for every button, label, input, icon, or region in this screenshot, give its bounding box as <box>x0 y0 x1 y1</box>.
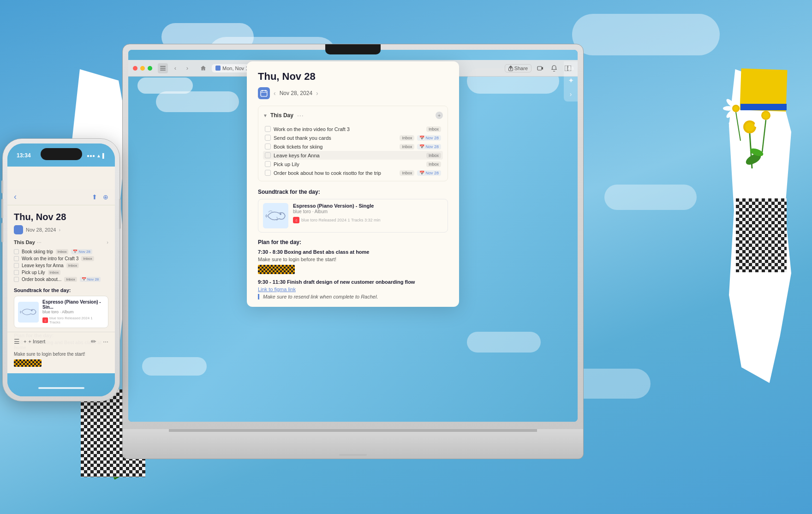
this-day-section: ▼ This Day ··· + Work on the intro video… <box>258 106 448 181</box>
traffic-light-red[interactable] <box>133 66 137 71</box>
date-prev-arrow[interactable]: ‹ <box>274 90 276 97</box>
iphone-plan-emoji <box>14 359 108 369</box>
task-checkbox-6[interactable] <box>265 170 271 176</box>
plan-event-1: 7:30 - 8:30 Boxing and Best abs class at… <box>258 249 448 255</box>
sidebar-star-icon[interactable]: ✦ <box>568 76 574 85</box>
svg-point-20 <box>745 122 754 131</box>
iphone-insert-button[interactable]: + + Insert <box>24 339 45 344</box>
svg-rect-50 <box>537 66 542 70</box>
iphone-task-tag-1: Inbox <box>56 249 69 254</box>
battery-icon: ▌ <box>102 153 106 158</box>
iphone-music-meta-text: blue toro Released 2024 1 Tracks <box>49 316 104 324</box>
iphone-checkbox-4[interactable] <box>14 270 19 275</box>
iphone-checkbox-2[interactable] <box>14 256 19 261</box>
notification-button[interactable] <box>549 63 559 73</box>
checkered-right <box>736 198 787 272</box>
iphone-checkbox-5[interactable] <box>14 277 19 282</box>
screen-record-button[interactable] <box>535 63 545 73</box>
iphone-vol-down-button[interactable] <box>1 223 3 242</box>
iphone-back-button[interactable]: ‹ <box>14 192 17 202</box>
iphone-toolbar-left: ☰ <box>14 338 20 345</box>
calendar-mini-icon-6: 📅 <box>419 171 424 175</box>
music-meta: ♫ blue toro Released 2024 1 Tracks 3:32 … <box>293 217 381 223</box>
task-item-3[interactable]: Book tickets for skiing Inbox 📅 Nov 28 <box>263 142 443 151</box>
task-checkbox-2[interactable] <box>265 135 271 141</box>
cloud-3 <box>572 14 720 55</box>
iphone-toolbar-right: ✏ ··· <box>91 338 108 345</box>
task-checkbox-5[interactable] <box>265 161 271 167</box>
iphone-home-indicator <box>38 387 84 389</box>
song-title: Espresso (Piano Version) - Single <box>293 203 381 209</box>
iphone-section-dots[interactable]: ··· <box>37 239 42 245</box>
trackpad-hint <box>339 454 367 456</box>
iphone-this-day-title: This Day <box>14 239 35 245</box>
tab-home[interactable] <box>197 64 210 72</box>
section-add-button[interactable]: + <box>436 112 443 119</box>
task-checkbox-1[interactable] <box>265 126 271 132</box>
iphone-date-chevron[interactable]: › <box>59 227 60 233</box>
date-next-arrow[interactable]: › <box>316 90 318 97</box>
plan-figma-link[interactable]: Link to figma link <box>258 287 448 292</box>
sidebar-toggle-btn[interactable] <box>158 63 168 73</box>
plan-blockquote: Make sure to resend link when complete t… <box>258 294 448 299</box>
iphone-task-1[interactable]: Book skiing trip Inbox 📅 Nov 28 <box>14 248 108 255</box>
laptop-body: ‹ › Mon, Nov 18 Thu, Nov 28 <box>122 44 584 431</box>
task-item-1[interactable]: Work on the intro video for Craft 3 Inbo… <box>263 125 443 133</box>
svg-rect-70 <box>14 359 42 367</box>
iphone-pen-icon[interactable]: ✏ <box>91 338 96 345</box>
iphone-vol-up-button[interactable] <box>1 199 3 218</box>
task-text-4: Leave keys for Anna <box>274 153 424 158</box>
browser-actions: Share <box>505 63 573 73</box>
iphone: 13:34 ●●● ▲ ▌ ‹ ⬆ ⊕ <box>2 138 120 401</box>
plan-note-1: Make sure to login before the start! <box>258 257 448 262</box>
iphone-checkbox-3[interactable] <box>14 263 19 268</box>
iphone-more-dots-icon[interactable]: ··· <box>103 338 108 345</box>
iphone-music-info: Espresso (Piano Version) - Sin... blue t… <box>42 299 104 324</box>
laptop-base <box>122 429 584 459</box>
traffic-light-green[interactable] <box>148 66 152 71</box>
task-item-5[interactable]: Pick up Lily Inbox <box>263 160 443 168</box>
task-item-2[interactable]: Send out thank you cards Inbox 📅 Nov 28 <box>263 133 443 142</box>
iphone-checkbox-1[interactable] <box>14 249 19 254</box>
back-button[interactable]: ‹ <box>171 64 180 73</box>
traffic-light-yellow[interactable] <box>140 66 145 71</box>
section-toggle-icon[interactable]: ▼ <box>263 113 268 118</box>
sidebar-chevron-icon[interactable]: › <box>570 90 572 98</box>
task-item-6[interactable]: Order book about how to cook risotto for… <box>263 168 443 177</box>
page-title: Thu, Nov 28 <box>258 71 448 83</box>
iphone-menu-icon[interactable]: ☰ <box>14 338 20 345</box>
iphone-music-meta-bar: ♫ blue toro Released 2024 1 Tracks <box>42 316 104 324</box>
share-button[interactable]: Share <box>505 64 531 72</box>
iphone-mute-button[interactable] <box>1 180 3 193</box>
iphone-task-3[interactable]: Leave keys for Anna Inbox <box>14 262 108 269</box>
task-checkbox-3[interactable] <box>265 143 271 149</box>
iphone-task-text-4: Pick up Lily <box>22 270 45 275</box>
task-item-4[interactable]: Leave keys for Anna Inbox <box>263 151 443 160</box>
iphone-music-card[interactable]: Espresso (Piano Version) - Sin... blue t… <box>14 296 108 328</box>
task-checkbox-4[interactable] <box>265 152 271 158</box>
forward-button[interactable]: › <box>183 64 192 73</box>
iphone-music-app-icon: ♫ <box>42 317 48 323</box>
soundtrack-section: Soundtrack for the day: <box>258 189 448 233</box>
this-day-title: This Day <box>270 112 293 119</box>
music-card[interactable]: Espresso (Piano Version) - Single blue t… <box>258 199 448 233</box>
wifi-icon: ▲ <box>96 153 101 158</box>
section-menu-dots[interactable]: ··· <box>297 112 304 119</box>
iphone-task-tag-3: Inbox <box>66 263 79 268</box>
svg-rect-57 <box>263 203 288 228</box>
sidebar-aa-icon[interactable]: Aa <box>567 65 573 71</box>
task-text-3: Book tickets for skiing <box>274 144 397 149</box>
iphone-task-date-1: 📅 Nov 28 <box>71 249 92 254</box>
iphone-task-5[interactable]: Order book about... Inbox 📅 Nov 28 <box>14 276 108 283</box>
svg-rect-48 <box>160 70 166 71</box>
iphone-section-chevron[interactable]: › <box>107 239 108 245</box>
iphone-share-icon[interactable]: ⬆ <box>92 193 97 201</box>
iphone-power-button[interactable] <box>119 199 121 229</box>
signal-icon: ●●● <box>87 153 95 158</box>
task-tag-inbox-3: Inbox <box>400 144 414 149</box>
album-art <box>263 203 288 228</box>
iphone-more-icon[interactable]: ⊕ <box>103 193 108 201</box>
iphone-task-2[interactable]: Work on the intro for Craft 3 Inbox <box>14 255 108 262</box>
task-text-5: Pick up Lily <box>274 161 424 167</box>
iphone-task-4[interactable]: Pick up Lily Inbox <box>14 269 108 276</box>
